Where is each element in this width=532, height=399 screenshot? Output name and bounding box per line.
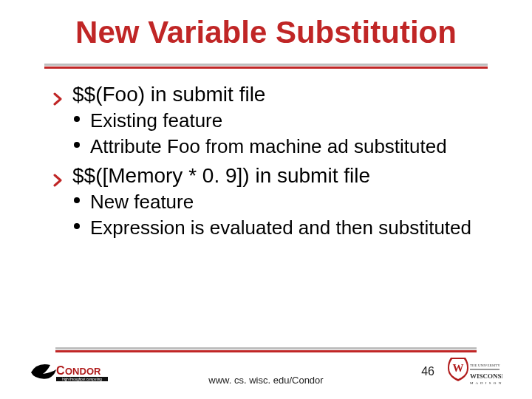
bullet-text: Existing feature xyxy=(90,109,222,132)
wisconsin-logo: W THE UNIVERSITY WISCONSIN M A D I S O N xyxy=(443,355,502,389)
slide-title: New Variable Substitution xyxy=(0,15,532,50)
bullet-text: $$([Memory * 0. 9]) in submit file xyxy=(72,164,370,187)
svg-text:THE UNIVERSITY: THE UNIVERSITY xyxy=(470,364,500,367)
bullet-text: New feature xyxy=(90,191,194,213)
slide-body: $$(Foo) in submit file Existing feature … xyxy=(52,81,495,241)
bullet-level1: $$(Foo) in submit file xyxy=(52,81,495,107)
title-underline xyxy=(44,64,488,69)
bullet-level1: $$([Memory * 0. 9]) in submit file xyxy=(52,163,495,188)
bullet-level2: Existing feature xyxy=(74,109,495,133)
disc-icon xyxy=(74,223,80,229)
disc-icon xyxy=(74,197,80,203)
disc-icon xyxy=(74,116,80,122)
svg-text:WISCONSIN: WISCONSIN xyxy=(470,372,502,380)
svg-text:W: W xyxy=(453,362,464,374)
footer-rule xyxy=(55,347,477,352)
slide: New Variable Substitution $$(Foo) in sub… xyxy=(0,0,532,399)
bullet-level2: New feature xyxy=(74,190,495,214)
bullet-level2: Expression is evaluated and then substit… xyxy=(74,216,495,240)
bullet-text: $$(Foo) in submit file xyxy=(72,83,265,106)
bullet-text: Expression is evaluated and then substit… xyxy=(90,216,471,239)
bullet-level2: Attribute Foo from machine ad substitute… xyxy=(74,134,495,159)
page-number: 46 xyxy=(421,365,434,378)
disc-icon xyxy=(74,142,80,148)
footer: C ONDOR high throughput computing www. c… xyxy=(30,347,502,389)
chevron-icon xyxy=(52,86,65,99)
svg-text:M A D I S O N: M A D I S O N xyxy=(470,381,502,385)
bullet-text: Attribute Foo from machine ad substitute… xyxy=(90,135,447,157)
chevron-icon xyxy=(52,167,65,180)
